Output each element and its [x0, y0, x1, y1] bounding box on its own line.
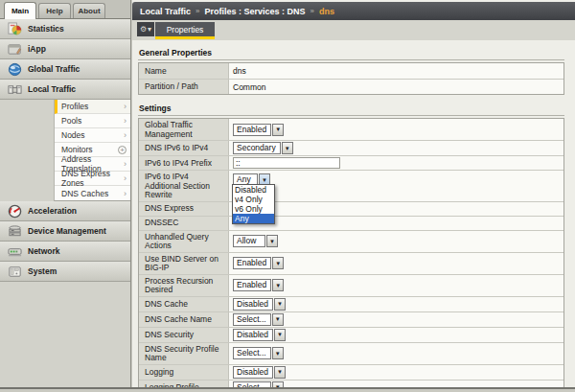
table-row: IPv6 to IPv4 Prefix [139, 155, 564, 170]
row-value-covered [229, 202, 564, 216]
row-label: Name [139, 63, 229, 79]
local-traffic-icon [7, 82, 22, 97]
breadcrumb-current: dns [319, 7, 334, 16]
chevron-right-icon: › [124, 160, 126, 168]
table-row: DNS Express [139, 201, 564, 216]
chevron-right-icon: › [124, 174, 126, 182]
unhandled-query-actions-select[interactable]: Allow ▼ [233, 235, 278, 247]
active-tab-underline [155, 36, 215, 39]
table-row: DNS Security Profile Name Select... ▼ [139, 342, 564, 364]
dns-ipv6-to-ipv4-select[interactable]: Secondary ▼ [233, 142, 293, 154]
row-label: Global Traffic Management [139, 119, 229, 140]
select-value: Disabled [233, 298, 273, 311]
sidebar-item-dns-caches[interactable]: DNS Caches › [55, 186, 130, 200]
settings-title: Settings [138, 102, 564, 116]
process-recursion-desired-select[interactable]: Enabled ▼ [233, 279, 284, 291]
gear-icon: ⚙ [140, 25, 147, 34]
sidebar-item-profiles[interactable]: Profiles › [55, 100, 130, 114]
breadcrumb-profiles-services-dns[interactable]: Profiles : Services : DNS [204, 7, 305, 16]
subitem-label: Pools [61, 116, 81, 126]
use-bind-server-select[interactable]: Enabled ▼ [233, 257, 284, 269]
network-icon [7, 244, 22, 259]
row-label: DNS Express [139, 202, 229, 216]
sidebar: Main Help About Statistics iApp Global T… [0, 0, 131, 387]
table-row: DNS Security Disabled ▼ [139, 327, 564, 342]
tab-about[interactable]: About [73, 3, 105, 18]
sidebar-item-local-traffic[interactable]: Local Traffic [0, 80, 130, 100]
chevron-right-icon: › [124, 190, 126, 197]
dropdown-option-any[interactable]: Any [233, 214, 274, 223]
sidebar-item-label: Network [28, 246, 60, 256]
sidebar-item-label: iApp [28, 44, 46, 54]
row-label: DNS Cache Name [139, 312, 229, 327]
device-management-icon [7, 224, 22, 239]
select-value: Select... [233, 347, 271, 359]
sidebar-item-acceleration[interactable]: Acceleration [0, 201, 130, 221]
options-gear-button[interactable]: ⚙▾ [137, 22, 154, 36]
sidebar-item-nodes[interactable]: Nodes › [55, 128, 130, 143]
select-arrow-icon: ▼ [266, 235, 278, 247]
dns-cache-select[interactable]: Disabled ▼ [233, 298, 286, 311]
sidebar-item-label: Global Traffic [28, 64, 80, 74]
dns-security-select[interactable]: Disabled ▼ [233, 329, 286, 341]
sidebar-item-statistics[interactable]: Statistics [0, 19, 130, 39]
row-label: DNS Security Profile Name [139, 343, 229, 364]
sidebar-item-dns-express-zones[interactable]: DNS Express Zones › [55, 172, 130, 186]
dropdown-option-disabled[interactable]: Disabled [233, 185, 274, 195]
subitem-label: DNS Express Zones [61, 169, 124, 188]
general-properties-title: General Properties [138, 46, 564, 60]
sidebar-item-label: Local Traffic [28, 84, 76, 94]
select-value: Disabled [233, 366, 273, 379]
caret-down-icon: ▾ [148, 25, 151, 34]
table-row: DNS Cache Name Select... ▼ [139, 311, 564, 327]
row-label: DNSSEC [139, 217, 229, 230]
table-row: DNSSEC [139, 216, 564, 230]
local-traffic-submenu: Profiles › Pools › Nodes › Monitors + Ad… [54, 100, 130, 201]
row-label: Unhandled Query Actions [139, 231, 229, 252]
table-row: Use BIND Server on BIG-IP Enabled ▼ [139, 252, 564, 274]
tab-main[interactable]: Main [4, 2, 36, 19]
table-row: DNS IPv6 to IPv4 Secondary ▼ [139, 140, 564, 155]
select-value: Allow [233, 235, 265, 247]
sidebar-item-label: Statistics [28, 24, 64, 34]
sidebar-item-global-traffic[interactable]: Global Traffic [0, 59, 130, 80]
select-arrow-icon: ▼ [272, 257, 284, 269]
table-row: Unhandled Query Actions Allow ▼ [139, 230, 564, 252]
table-row: IPv6 to IPv4 Additional Section Rewrite … [139, 170, 564, 201]
dns-security-profile-name-select[interactable]: Select... ▼ [233, 347, 284, 359]
select-value: Secondary [233, 142, 281, 154]
sidebar-item-iapp[interactable]: iApp [0, 39, 130, 59]
global-traffic-management-select[interactable]: Enabled ▼ [233, 124, 284, 136]
dropdown-option-v4-only[interactable]: v4 Only [233, 195, 274, 204]
row-label: DNS Cache [139, 297, 229, 311]
ipv6-to-ipv4-prefix-input[interactable] [233, 157, 340, 169]
logging-select[interactable]: Disabled ▼ [233, 366, 286, 379]
sidebar-item-pools[interactable]: Pools › [55, 114, 130, 128]
select-arrow-icon: ▼ [272, 347, 284, 359]
row-label: Use BIND Server on BIG-IP [139, 253, 229, 274]
breadcrumb: Local Traffic » Profiles : Services : DN… [132, 2, 575, 20]
row-label: DNS Security [139, 328, 229, 342]
row-label: Partition / Path [139, 80, 229, 94]
table-row: Process Recursion Desired Enabled ▼ [139, 274, 564, 296]
sidebar-item-system[interactable]: System [0, 262, 130, 282]
breadcrumb-separator: » [310, 7, 314, 15]
dropdown-option-v6-only[interactable]: v6 Only [233, 204, 274, 214]
tab-properties[interactable]: Properties [155, 22, 215, 36]
rewrite-dropdown-list: Disabled v4 Only v6 Only Any [232, 184, 275, 224]
iapp-icon [7, 42, 22, 57]
dns-cache-name-select[interactable]: Select... ▼ [233, 313, 284, 326]
select-value: Enabled [233, 124, 271, 136]
sidebar-item-device-management[interactable]: Device Management [0, 221, 130, 242]
select-arrow-icon: ▼ [282, 142, 293, 154]
general-properties-table: Name dns Partition / Path Common [138, 62, 564, 95]
settings-table: Global Traffic Management Enabled ▼ DNS … [138, 118, 564, 392]
main-panel: Local Traffic » Profiles : Services : DN… [132, 0, 575, 387]
sidebar-item-network[interactable]: Network [0, 242, 130, 262]
sidebar-item-label: Device Management [28, 226, 106, 236]
breadcrumb-local-traffic[interactable]: Local Traffic [140, 7, 191, 16]
monitors-add-icon[interactable]: + [118, 146, 126, 154]
row-label: Logging [139, 365, 229, 380]
select-value: Disabled [233, 329, 273, 341]
tab-help[interactable]: Help [38, 3, 71, 18]
